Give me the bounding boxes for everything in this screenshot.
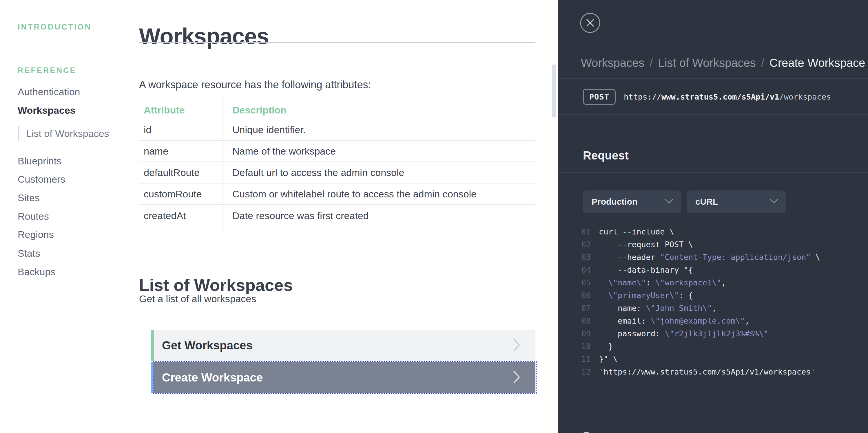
sidebar-item-authentication[interactable]: Authentication (18, 86, 80, 98)
content-scrollbar-thumb[interactable] (552, 64, 556, 118)
line-number: 04 (558, 265, 591, 274)
sidebar-section-reference: REFERENCE (18, 66, 76, 75)
line-number: 01 (558, 227, 591, 236)
code-text: \"primaryUser\": { (599, 291, 693, 300)
attribute-name: id (139, 124, 227, 135)
attribute-name: customRoute (139, 189, 227, 200)
code-text: }" \ (599, 355, 618, 364)
code-line: 08 email: \"john@example.com\", (558, 314, 868, 327)
section-subtitle: Get a list of all workspaces (139, 293, 256, 304)
url-resource: /workspaces (779, 92, 831, 101)
attribute-desc: Default url to access the admin console (227, 167, 535, 178)
section-title: List of Workspaces (139, 275, 293, 295)
line-number: 08 (558, 317, 591, 325)
sidebar-item-blueprints[interactable]: Blueprints (18, 155, 61, 167)
sidebar-subitem-wrap: List of Workspaces (18, 126, 109, 141)
url-scheme: https:// (624, 92, 661, 101)
breadcrumb: Workspaces / List of Workspaces / Create… (558, 48, 868, 79)
code-line: 09 password: \"r2jlk3jljlk2j3%#$%\" (558, 327, 868, 340)
attribute-name: name (139, 145, 227, 157)
line-number: 03 (558, 253, 591, 262)
endpoint-label: Get Workspaces (162, 339, 253, 352)
sidebar-item-workspaces[interactable]: Workspaces (18, 104, 75, 116)
table-row: id Unique identifier. (139, 119, 535, 141)
table-header-attribute: Attribute (139, 104, 227, 116)
line-number: 09 (558, 329, 591, 338)
breadcrumb-workspaces[interactable]: Workspaces (581, 57, 644, 69)
sidebar-item-backups[interactable]: Backups (18, 265, 55, 278)
request-divider (558, 172, 868, 173)
request-config: Production cURL (583, 191, 786, 213)
line-number: 11 (558, 355, 591, 364)
url-host-path: www.stratus5.com/s5Api/v1 (661, 92, 779, 101)
attribute-desc: Date resource was first created (227, 210, 535, 222)
attribute-desc: Name of the workspace (227, 145, 535, 157)
sidebar-item-regions[interactable]: Regions (18, 228, 54, 241)
line-number: 10 (558, 342, 591, 351)
title-divider (139, 42, 535, 43)
sidebar-section-introduction: INTRODUCTION (18, 23, 92, 32)
code-text: --header "Content-Type: application/json… (599, 253, 820, 262)
endpoint-url: https://www.stratus5.com/s5Api/v1/worksp… (624, 92, 831, 101)
code-line: 11}" \ (558, 353, 868, 365)
endpoint-create-workspace[interactable]: Create Workspace (151, 362, 535, 393)
code-text: name: \"John Smith\", (599, 304, 716, 312)
close-icon (580, 12, 600, 33)
table-row: createdAt Date resource was first create… (139, 205, 535, 226)
code-line: 04 --data-binary "{ (558, 263, 868, 276)
chevron-right-icon (513, 370, 520, 386)
chevron-down-icon (664, 199, 673, 205)
code-line: 02 --request POST \ (558, 238, 868, 251)
line-number: 05 (558, 278, 591, 287)
code-line: 12'https://www.stratus5.com/s5Api/v1/wor… (558, 365, 868, 378)
table-row: name Name of the workspace (139, 141, 535, 162)
sidebar-item-list-of-workspaces[interactable]: List of Workspaces (26, 128, 109, 139)
code-line: 01curl --include \ (558, 225, 868, 238)
code-text: } (599, 342, 613, 351)
line-number: 02 (558, 240, 591, 249)
attribute-desc: Unique identifier. (227, 124, 535, 135)
sidebar-item-stats[interactable]: Stats (18, 247, 40, 260)
environment-selected: Production (592, 197, 638, 207)
endpoint-label: Create Workspace (162, 371, 263, 384)
table-row: customRoute Custom or whitelabel route t… (139, 184, 535, 205)
code-line: 05 \"name\": \"workspace1\", (558, 276, 868, 289)
chevron-right-icon (513, 338, 520, 354)
environment-dropdown[interactable]: Production (583, 191, 681, 213)
attribute-name: defaultRoute (139, 167, 227, 178)
code-block: 01curl --include \02 --request POST \03 … (558, 225, 868, 378)
code-text: --data-binary "{ (599, 265, 693, 274)
close-button[interactable] (580, 12, 600, 33)
code-text: \"name\": \"workspace1\", (599, 278, 726, 287)
code-text: curl --include \ (599, 227, 674, 236)
sidebar: INTRODUCTION REFERENCE Authentication Wo… (0, 0, 139, 433)
sidebar-item-routes[interactable]: Routes (18, 210, 49, 223)
request-detail-panel: Workspaces / List of Workspaces / Create… (558, 0, 868, 433)
code-text: --request POST \ (599, 240, 693, 249)
code-text: email: \"john@example.com\", (599, 317, 749, 325)
attribute-name: createdAt (139, 210, 227, 222)
sidebar-item-sites[interactable]: Sites (18, 191, 40, 204)
language-dropdown[interactable]: cURL (687, 191, 786, 213)
request-heading: Request (583, 149, 629, 162)
breadcrumb-separator: / (650, 57, 653, 69)
code-line: 07 name: \"John Smith\", (558, 302, 868, 314)
code-line: 06 \"primaryUser\": { (558, 289, 868, 302)
sidebar-item-customers[interactable]: Customers (18, 173, 65, 186)
breadcrumb-separator: / (761, 57, 764, 69)
main-content: Workspaces A workspace resource has the … (139, 0, 535, 433)
panel-top-bar (558, 0, 868, 47)
intro-paragraph: A workspace resource has the following a… (139, 79, 371, 91)
endpoint-list: Get Workspaces Create Workspace (151, 330, 535, 393)
line-number: 07 (558, 304, 591, 312)
table-header-description: Description (227, 104, 535, 116)
breadcrumb-create-workspace: Create Workspace (770, 57, 865, 69)
endpoint-get-workspaces[interactable]: Get Workspaces (151, 330, 535, 361)
language-selected: cURL (695, 197, 718, 207)
attribute-desc: Custom or whitelabel route to access the… (227, 189, 535, 200)
response-heading: Response (583, 430, 638, 433)
api-docs-page: INTRODUCTION REFERENCE Authentication Wo… (0, 0, 868, 433)
attributes-table: Attribute Description id Unique identifi… (139, 101, 535, 226)
breadcrumb-list-of-workspaces[interactable]: List of Workspaces (658, 57, 755, 69)
code-text: password: \"r2jlk3jljlk2j3%#$%\" (599, 329, 768, 338)
